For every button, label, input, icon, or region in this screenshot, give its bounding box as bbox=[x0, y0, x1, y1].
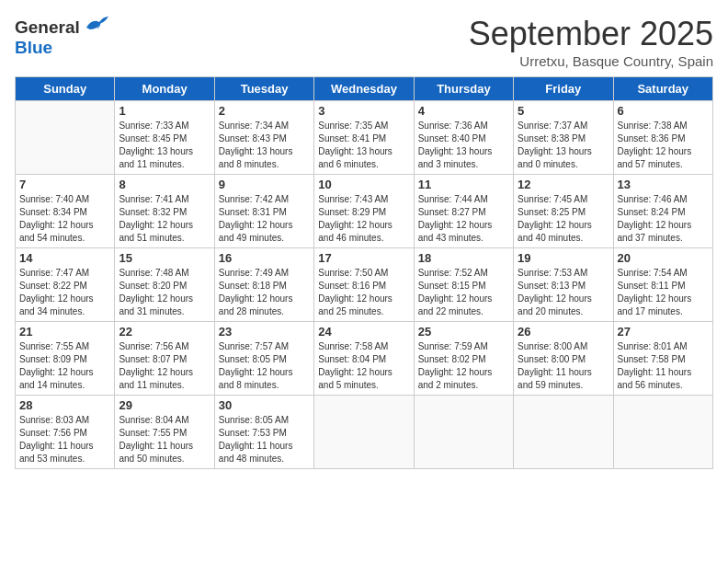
weekday-header: Tuesday bbox=[214, 77, 313, 101]
calendar-day-cell: 16Sunrise: 7:49 AMSunset: 8:18 PMDayligh… bbox=[214, 248, 313, 322]
day-number: 8 bbox=[119, 178, 210, 191]
day-number: 21 bbox=[19, 325, 110, 339]
calendar-day-cell: 14Sunrise: 7:47 AMSunset: 8:22 PMDayligh… bbox=[16, 248, 115, 322]
month-title: September 2025 bbox=[469, 15, 713, 53]
day-info: Sunrise: 7:40 AMSunset: 8:34 PMDaylight:… bbox=[19, 193, 110, 245]
day-number: 13 bbox=[618, 178, 709, 191]
calendar-day-cell: 19Sunrise: 7:53 AMSunset: 8:13 PMDayligh… bbox=[514, 248, 613, 322]
day-number: 24 bbox=[318, 325, 409, 339]
calendar-day-cell: 29Sunrise: 8:04 AMSunset: 7:55 PMDayligh… bbox=[115, 396, 214, 469]
day-info: Sunrise: 7:56 AMSunset: 8:07 PMDaylight:… bbox=[119, 340, 210, 392]
calendar-day-cell: 11Sunrise: 7:44 AMSunset: 8:27 PMDayligh… bbox=[414, 175, 513, 248]
calendar-day-cell: 3Sunrise: 7:35 AMSunset: 8:41 PMDaylight… bbox=[314, 101, 414, 175]
day-number: 12 bbox=[518, 178, 609, 191]
weekday-header: Wednesday bbox=[314, 77, 414, 101]
day-number: 10 bbox=[318, 178, 409, 191]
day-number: 20 bbox=[618, 251, 709, 265]
location-subtitle: Urretxu, Basque Country, Spain bbox=[469, 53, 713, 69]
day-number: 27 bbox=[618, 325, 709, 339]
calendar-day-cell: 23Sunrise: 7:57 AMSunset: 8:05 PMDayligh… bbox=[214, 322, 313, 396]
calendar-day-cell bbox=[414, 396, 513, 469]
title-block: September 2025 Urretxu, Basque Country, … bbox=[469, 15, 713, 69]
weekday-header: Friday bbox=[514, 77, 613, 101]
calendar-table: SundayMondayTuesdayWednesdayThursdayFrid… bbox=[15, 76, 713, 469]
day-number: 9 bbox=[219, 178, 310, 191]
day-info: Sunrise: 7:54 AMSunset: 8:11 PMDaylight:… bbox=[618, 267, 709, 318]
calendar-day-cell: 20Sunrise: 7:54 AMSunset: 8:11 PMDayligh… bbox=[613, 248, 712, 322]
day-number: 3 bbox=[318, 104, 409, 118]
day-number: 16 bbox=[219, 251, 310, 265]
day-info: Sunrise: 7:52 AMSunset: 8:15 PMDaylight:… bbox=[418, 267, 509, 318]
day-info: Sunrise: 7:55 AMSunset: 8:09 PMDaylight:… bbox=[19, 340, 110, 392]
calendar-day-cell: 24Sunrise: 7:58 AMSunset: 8:04 PMDayligh… bbox=[314, 322, 414, 396]
calendar-day-cell: 6Sunrise: 7:38 AMSunset: 8:36 PMDaylight… bbox=[613, 101, 712, 175]
day-info: Sunrise: 7:43 AMSunset: 8:29 PMDaylight:… bbox=[318, 193, 409, 245]
day-number: 26 bbox=[518, 325, 609, 339]
day-info: Sunrise: 7:50 AMSunset: 8:16 PMDaylight:… bbox=[318, 267, 409, 318]
weekday-header: Saturday bbox=[613, 77, 712, 101]
day-info: Sunrise: 8:03 AMSunset: 7:56 PMDaylight:… bbox=[19, 414, 110, 465]
day-number: 22 bbox=[119, 325, 210, 339]
day-number: 30 bbox=[219, 398, 310, 412]
weekday-header-row: SundayMondayTuesdayWednesdayThursdayFrid… bbox=[16, 77, 713, 101]
calendar-week-row: 7Sunrise: 7:40 AMSunset: 8:34 PMDaylight… bbox=[16, 175, 713, 248]
calendar-day-cell: 21Sunrise: 7:55 AMSunset: 8:09 PMDayligh… bbox=[16, 322, 115, 396]
logo-blue-text: Blue bbox=[15, 39, 108, 56]
calendar-week-row: 1Sunrise: 7:33 AMSunset: 8:45 PMDaylight… bbox=[16, 101, 713, 175]
calendar-day-cell: 4Sunrise: 7:36 AMSunset: 8:40 PMDaylight… bbox=[414, 101, 513, 175]
calendar-day-cell: 5Sunrise: 7:37 AMSunset: 8:38 PMDaylight… bbox=[514, 101, 613, 175]
calendar-day-cell: 22Sunrise: 7:56 AMSunset: 8:07 PMDayligh… bbox=[115, 322, 214, 396]
day-number: 5 bbox=[518, 104, 609, 118]
day-number: 14 bbox=[19, 251, 110, 265]
day-number: 18 bbox=[418, 251, 509, 265]
day-number: 25 bbox=[418, 325, 509, 339]
calendar-day-cell bbox=[514, 396, 613, 469]
calendar-day-cell bbox=[613, 396, 712, 469]
page-header: General Blue September 2025 Urretxu, Bas… bbox=[15, 15, 713, 69]
day-number: 17 bbox=[318, 251, 409, 265]
calendar-day-cell: 7Sunrise: 7:40 AMSunset: 8:34 PMDaylight… bbox=[16, 175, 115, 248]
calendar-day-cell: 28Sunrise: 8:03 AMSunset: 7:56 PMDayligh… bbox=[16, 396, 115, 469]
day-number: 23 bbox=[219, 325, 310, 339]
day-info: Sunrise: 8:05 AMSunset: 7:53 PMDaylight:… bbox=[219, 414, 310, 465]
logo: General Blue bbox=[15, 15, 108, 56]
day-info: Sunrise: 7:42 AMSunset: 8:31 PMDaylight:… bbox=[219, 193, 310, 245]
day-info: Sunrise: 7:37 AMSunset: 8:38 PMDaylight:… bbox=[518, 120, 609, 171]
day-info: Sunrise: 8:01 AMSunset: 7:58 PMDaylight:… bbox=[618, 340, 709, 392]
calendar-week-row: 14Sunrise: 7:47 AMSunset: 8:22 PMDayligh… bbox=[16, 248, 713, 322]
day-number: 7 bbox=[19, 178, 110, 191]
day-info: Sunrise: 7:58 AMSunset: 8:04 PMDaylight:… bbox=[318, 340, 409, 392]
calendar-day-cell: 26Sunrise: 8:00 AMSunset: 8:00 PMDayligh… bbox=[514, 322, 613, 396]
calendar-day-cell: 1Sunrise: 7:33 AMSunset: 8:45 PMDaylight… bbox=[115, 101, 214, 175]
day-number: 15 bbox=[119, 251, 210, 265]
calendar-day-cell: 27Sunrise: 8:01 AMSunset: 7:58 PMDayligh… bbox=[613, 322, 712, 396]
day-info: Sunrise: 7:57 AMSunset: 8:05 PMDaylight:… bbox=[219, 340, 310, 392]
weekday-header: Sunday bbox=[16, 77, 115, 101]
calendar-day-cell: 9Sunrise: 7:42 AMSunset: 8:31 PMDaylight… bbox=[214, 175, 313, 248]
calendar-day-cell: 8Sunrise: 7:41 AMSunset: 8:32 PMDaylight… bbox=[115, 175, 214, 248]
calendar-day-cell: 2Sunrise: 7:34 AMSunset: 8:43 PMDaylight… bbox=[214, 101, 313, 175]
calendar-day-cell: 17Sunrise: 7:50 AMSunset: 8:16 PMDayligh… bbox=[314, 248, 414, 322]
day-info: Sunrise: 7:47 AMSunset: 8:22 PMDaylight:… bbox=[19, 267, 110, 318]
day-info: Sunrise: 8:00 AMSunset: 8:00 PMDaylight:… bbox=[518, 340, 609, 392]
calendar-week-row: 21Sunrise: 7:55 AMSunset: 8:09 PMDayligh… bbox=[16, 322, 713, 396]
day-info: Sunrise: 7:35 AMSunset: 8:41 PMDaylight:… bbox=[318, 120, 409, 171]
day-number: 1 bbox=[119, 104, 210, 118]
day-info: Sunrise: 7:34 AMSunset: 8:43 PMDaylight:… bbox=[219, 120, 310, 171]
calendar-day-cell: 15Sunrise: 7:48 AMSunset: 8:20 PMDayligh… bbox=[115, 248, 214, 322]
day-info: Sunrise: 7:59 AMSunset: 8:02 PMDaylight:… bbox=[418, 340, 509, 392]
day-info: Sunrise: 7:45 AMSunset: 8:25 PMDaylight:… bbox=[518, 193, 609, 245]
weekday-header: Thursday bbox=[414, 77, 513, 101]
day-info: Sunrise: 7:53 AMSunset: 8:13 PMDaylight:… bbox=[518, 267, 609, 318]
calendar-day-cell: 30Sunrise: 8:05 AMSunset: 7:53 PMDayligh… bbox=[214, 396, 313, 469]
calendar-week-row: 28Sunrise: 8:03 AMSunset: 7:56 PMDayligh… bbox=[16, 396, 713, 469]
day-number: 28 bbox=[19, 398, 110, 412]
calendar-day-cell: 10Sunrise: 7:43 AMSunset: 8:29 PMDayligh… bbox=[314, 175, 414, 248]
logo-bird-icon bbox=[83, 15, 108, 39]
calendar-day-cell bbox=[314, 396, 414, 469]
day-info: Sunrise: 7:48 AMSunset: 8:20 PMDaylight:… bbox=[119, 267, 210, 318]
day-info: Sunrise: 7:36 AMSunset: 8:40 PMDaylight:… bbox=[418, 120, 509, 171]
day-number: 4 bbox=[418, 104, 509, 118]
calendar-day-cell: 13Sunrise: 7:46 AMSunset: 8:24 PMDayligh… bbox=[613, 175, 712, 248]
day-info: Sunrise: 7:44 AMSunset: 8:27 PMDaylight:… bbox=[418, 193, 509, 245]
